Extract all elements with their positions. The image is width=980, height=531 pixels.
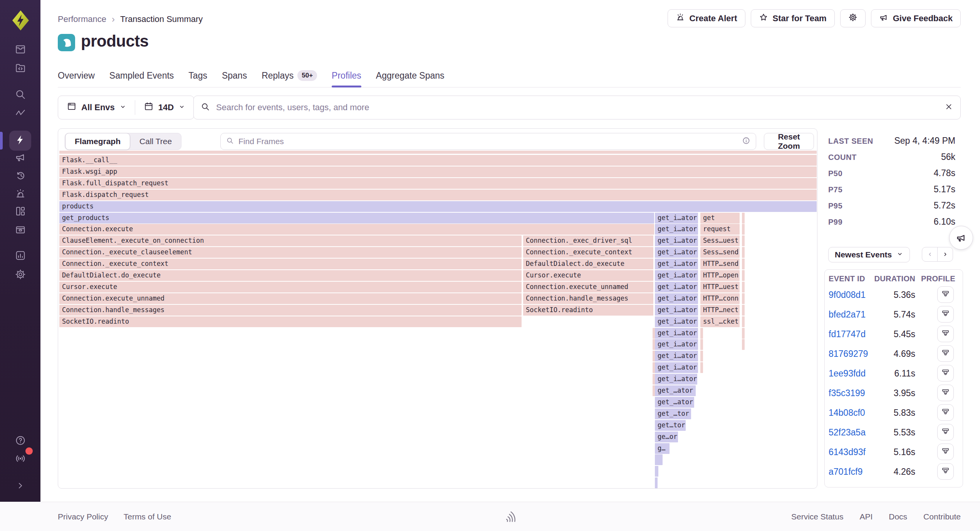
- flame-frame[interactable]: get_…ator: [655, 385, 696, 396]
- sidebar-item-search[interactable]: [9, 85, 31, 105]
- flame-frame[interactable]: get_…tor: [655, 408, 691, 419]
- events-sort-dropdown[interactable]: Newest Events: [828, 247, 910, 262]
- event-id-link[interactable]: a701fcf9: [829, 467, 863, 477]
- flame-frame[interactable]: HTTP…open: [700, 270, 740, 281]
- flame-frame[interactable]: [742, 316, 745, 327]
- sidebar-item-feedback[interactable]: [9, 148, 31, 168]
- flame-frame[interactable]: [742, 270, 745, 281]
- sidebar-item-settings[interactable]: [9, 265, 31, 285]
- flame-frame[interactable]: g…: [655, 443, 670, 454]
- find-frames-input[interactable]: [238, 136, 738, 146]
- flame-frame[interactable]: get_i…ator: [655, 328, 698, 339]
- flame-frame[interactable]: [742, 235, 745, 246]
- flame-frame[interactable]: [700, 339, 703, 350]
- flame-frame[interactable]: Connection.execute_unnamed: [59, 293, 522, 304]
- flame-frame[interactable]: Cursor.execute: [523, 270, 653, 281]
- sidebar-item-issues[interactable]: [9, 40, 31, 60]
- footer-link-service-status[interactable]: Service Status: [791, 512, 843, 521]
- flame-frame[interactable]: [742, 293, 745, 304]
- event-id-link[interactable]: f35c3199: [829, 388, 865, 398]
- flame-frame[interactable]: HTTP…send: [700, 259, 740, 269]
- event-id-link[interactable]: 14b08cf0: [829, 408, 865, 418]
- flame-frame[interactable]: [742, 247, 745, 258]
- flame-frame[interactable]: [59, 151, 817, 154]
- footer-link-api[interactable]: API: [859, 512, 873, 521]
- sentry-logo[interactable]: [12, 10, 29, 32]
- flame-frame[interactable]: [742, 213, 745, 223]
- event-id-link[interactable]: 6143d93f: [829, 447, 866, 457]
- flame-frame[interactable]: Connection.handle_messages: [523, 293, 653, 304]
- flame-frame[interactable]: get_i…ator: [655, 305, 698, 316]
- flame-frame[interactable]: Flask.full_dispatch_request: [59, 178, 817, 189]
- event-id-link[interactable]: bfed2a71: [829, 309, 866, 320]
- clear-search-icon[interactable]: [944, 102, 953, 113]
- flame-frame[interactable]: [655, 454, 663, 465]
- flame-frame[interactable]: get: [700, 213, 740, 223]
- flame-frame[interactable]: Connection._execute_clauseelement: [59, 247, 522, 258]
- date-range-selector[interactable]: 14D: [135, 96, 194, 119]
- sidebar-item-collapse[interactable]: [9, 476, 31, 496]
- sidebar-item-releases[interactable]: [9, 220, 31, 240]
- tab-aggregate-spans[interactable]: Aggregate Spans: [376, 64, 445, 87]
- sidebar-item-whats-new[interactable]: [9, 449, 31, 469]
- flame-frame[interactable]: [700, 328, 703, 339]
- flame-frame[interactable]: request: [700, 224, 740, 235]
- flame-frame[interactable]: [742, 339, 745, 350]
- previous-page-button[interactable]: [922, 247, 938, 262]
- flame-frame[interactable]: [655, 477, 658, 488]
- view-profile-button[interactable]: [937, 326, 954, 342]
- flame-frame[interactable]: HTTP…conn: [700, 293, 740, 304]
- flame-frame[interactable]: Sess…uest: [700, 235, 740, 246]
- flame-frame[interactable]: [742, 224, 745, 235]
- flame-frame[interactable]: get_i…ator: [655, 213, 698, 223]
- flame-frame[interactable]: Connection.handle_messages: [59, 305, 522, 316]
- flame-frame[interactable]: get_i…ator: [655, 362, 698, 373]
- flame-frame[interactable]: get_i…ator: [655, 259, 698, 269]
- view-toggle-flamegraph[interactable]: Flamegraph: [65, 133, 130, 150]
- breadcrumb-parent[interactable]: Performance: [58, 14, 106, 24]
- flame-frame[interactable]: HTTP…nect: [700, 305, 740, 316]
- tab-tags[interactable]: Tags: [188, 64, 207, 87]
- flame-frame[interactable]: [742, 259, 745, 269]
- star-for-team-button[interactable]: Star for Team: [751, 9, 835, 27]
- flame-frame[interactable]: Cursor.execute: [59, 282, 522, 292]
- flame-frame[interactable]: Flask.dispatch_request: [59, 190, 817, 200]
- view-profile-button[interactable]: [937, 306, 954, 323]
- flame-frame[interactable]: get_…ator: [655, 397, 694, 408]
- environment-selector[interactable]: All Envs: [58, 96, 135, 119]
- footer-link-terms-of-use[interactable]: Terms of Use: [124, 512, 171, 521]
- reset-zoom-button[interactable]: Reset Zoom: [764, 133, 814, 150]
- sidebar-item-replays[interactable]: [9, 166, 31, 187]
- event-id-link[interactable]: fd17747d: [829, 329, 866, 339]
- tab-overview[interactable]: Overview: [58, 64, 95, 87]
- flame-frame[interactable]: SocketIO.readinto: [523, 305, 653, 316]
- flame-frame[interactable]: DefaultDialect.do_execute: [59, 270, 522, 281]
- flame-frame[interactable]: get_i…ator: [655, 247, 698, 258]
- info-icon[interactable]: [742, 136, 750, 146]
- create-alert-button[interactable]: Create Alert: [668, 9, 745, 27]
- give-feedback-button[interactable]: Give Feedback: [871, 9, 961, 27]
- flame-frame[interactable]: [700, 362, 703, 373]
- tab-sampled-events[interactable]: Sampled Events: [109, 64, 174, 87]
- floating-feedback-button[interactable]: [949, 226, 973, 250]
- view-profile-button[interactable]: [937, 404, 954, 421]
- flame-frame[interactable]: [742, 305, 745, 316]
- flame-frame[interactable]: get_i…ator: [655, 270, 698, 281]
- flame-frame[interactable]: get_i…ator: [655, 293, 698, 304]
- flame-frame[interactable]: ge…or: [655, 432, 678, 442]
- flame-frame[interactable]: get_i…ator: [655, 351, 698, 361]
- flame-frame[interactable]: HTTP…uest: [700, 282, 740, 292]
- sidebar-item-projects[interactable]: [9, 59, 31, 79]
- flame-frame[interactable]: [742, 328, 745, 339]
- flamegraph-canvas[interactable]: Flask.__call__Flask.wsgi_appFlask.full_d…: [59, 150, 817, 489]
- search-input[interactable]: [215, 102, 939, 113]
- event-id-link[interactable]: 81769279: [829, 349, 868, 359]
- flame-frame[interactable]: Sess…send: [700, 247, 740, 258]
- flame-frame[interactable]: Flask.__call__: [59, 155, 817, 166]
- next-page-button[interactable]: [937, 247, 953, 262]
- flame-frame[interactable]: get_i…ator: [655, 339, 698, 350]
- flame-frame[interactable]: SocketIO.readinto: [59, 316, 522, 327]
- view-toggle-call-tree[interactable]: Call Tree: [130, 133, 181, 150]
- event-id-link[interactable]: 1ee93fdd: [829, 368, 866, 379]
- footer-link-docs[interactable]: Docs: [889, 512, 907, 521]
